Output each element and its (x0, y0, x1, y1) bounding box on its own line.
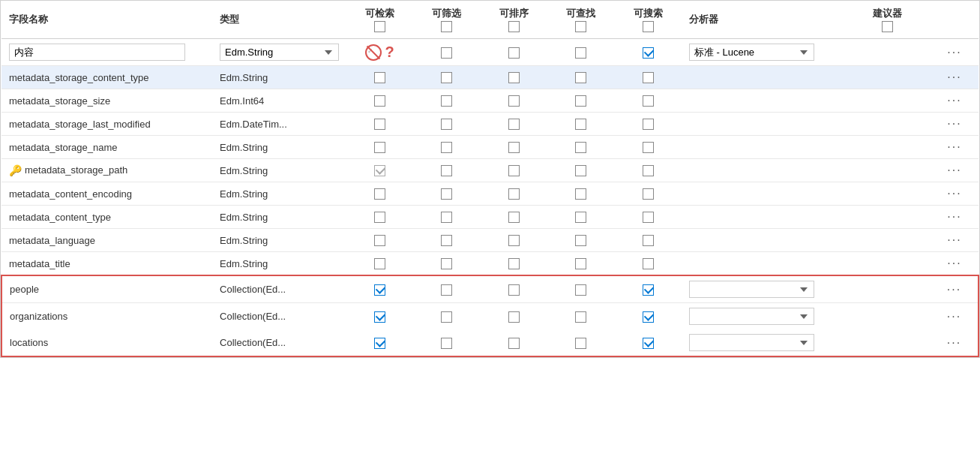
header-searchable-checkbox[interactable] (643, 21, 654, 32)
sortable-checkbox[interactable] (508, 235, 520, 246)
field-name-input[interactable] (9, 44, 185, 61)
retrievable-checkbox[interactable] (374, 284, 385, 296)
filterable-checkbox[interactable] (441, 188, 452, 200)
sortable-checkbox[interactable] (508, 72, 520, 83)
searchable-checkbox[interactable] (643, 165, 654, 176)
sortable-checkbox[interactable] (508, 188, 520, 200)
searchable-checkbox[interactable] (643, 258, 654, 269)
analyzer-select[interactable] (689, 308, 815, 325)
retrievable-cell (346, 252, 413, 276)
facetable-checkbox[interactable] (575, 119, 586, 130)
searchable-checkbox[interactable] (643, 188, 654, 200)
sortable-checkbox[interactable] (508, 165, 520, 176)
searchable-checkbox[interactable] (643, 235, 654, 246)
facetable-checkbox[interactable] (575, 188, 586, 200)
filterable-checkbox[interactable] (441, 119, 452, 130)
more-actions-button[interactable]: ··· (947, 257, 961, 269)
more-actions-button[interactable]: ··· (947, 94, 961, 107)
more-actions-button[interactable]: ··· (947, 336, 961, 349)
sortable-checkbox[interactable] (508, 142, 520, 153)
retrievable-checkbox[interactable] (374, 235, 385, 246)
retrievable-cell (346, 275, 413, 303)
filterable-checkbox[interactable] (441, 95, 452, 107)
retrievable-checkbox[interactable] (374, 142, 385, 153)
filterable-checkbox[interactable] (441, 142, 452, 153)
more-actions-button[interactable]: ··· (947, 233, 961, 246)
analyzer-select[interactable] (689, 281, 815, 298)
sortable-checkbox[interactable] (508, 47, 520, 59)
sortable-checkbox[interactable] (508, 258, 520, 269)
header-suggester-checkbox[interactable] (882, 21, 893, 32)
retrievable-checkbox[interactable] (374, 72, 385, 83)
facetable-checkbox[interactable] (575, 258, 586, 269)
searchable-cell (614, 113, 681, 136)
retrievable-checkbox[interactable] (374, 258, 385, 269)
header-retrievable-checkbox[interactable] (374, 21, 385, 32)
field-name-cell: metadata_content_type (1, 206, 212, 229)
retrievable-checkbox[interactable] (374, 338, 385, 349)
header-filterable-checkbox[interactable] (441, 21, 452, 32)
more-actions-button[interactable]: ··· (947, 140, 961, 153)
filterable-checkbox[interactable] (441, 284, 452, 296)
facetable-checkbox[interactable] (575, 284, 586, 296)
more-actions-button[interactable]: ··· (947, 117, 961, 130)
sortable-checkbox[interactable] (508, 311, 520, 323)
filterable-checkbox[interactable] (441, 235, 452, 246)
more-actions-button[interactable]: ··· (947, 283, 961, 296)
more-actions-button[interactable]: ··· (947, 164, 961, 176)
searchable-checkbox[interactable] (643, 284, 654, 296)
filterable-checkbox[interactable] (441, 338, 452, 349)
field-name-cell: metadata_language (1, 229, 212, 252)
filterable-cell (413, 136, 480, 159)
header-facetable-checkbox[interactable] (575, 21, 586, 32)
more-actions-button[interactable]: ··· (947, 210, 961, 223)
searchable-checkbox[interactable] (643, 72, 654, 83)
filterable-checkbox[interactable] (441, 258, 452, 269)
facetable-checkbox[interactable] (575, 212, 586, 223)
facetable-checkbox[interactable] (575, 311, 586, 323)
analyzer-select[interactable]: 标准 - Lucene (689, 44, 815, 61)
sortable-checkbox[interactable] (508, 95, 520, 107)
analyzer-select[interactable] (689, 334, 815, 351)
searchable-checkbox[interactable] (643, 142, 654, 153)
retrievable-checkbox[interactable] (374, 95, 385, 107)
searchable-checkbox[interactable] (643, 47, 654, 59)
facetable-checkbox[interactable] (575, 338, 586, 349)
retrievable-checkbox[interactable] (374, 188, 385, 200)
sortable-checkbox[interactable] (508, 284, 520, 296)
retrievable-checkbox[interactable] (374, 165, 385, 176)
facetable-checkbox[interactable] (575, 47, 586, 59)
sortable-checkbox[interactable] (508, 212, 520, 223)
field-type-text: Edm.DateTim... (220, 119, 287, 130)
filterable-checkbox[interactable] (441, 165, 452, 176)
key-icon: 🔑 (9, 164, 22, 176)
sortable-checkbox[interactable] (508, 338, 520, 349)
searchable-checkbox[interactable] (643, 212, 654, 223)
more-actions-button[interactable]: ··· (947, 46, 961, 59)
searchable-checkbox[interactable] (643, 119, 654, 130)
filterable-cell (413, 113, 480, 136)
filterable-checkbox[interactable] (441, 72, 452, 83)
facetable-checkbox[interactable] (575, 165, 586, 176)
more-actions-button[interactable]: ··· (947, 310, 961, 323)
searchable-checkbox[interactable] (643, 95, 654, 107)
searchable-checkbox[interactable] (643, 311, 654, 323)
header-sortable-checkbox[interactable] (508, 21, 520, 32)
field-type-select[interactable]: Edm.String (220, 44, 339, 61)
actions-cell: ··· (931, 229, 979, 252)
retrievable-checkbox[interactable] (374, 212, 385, 223)
searchable-checkbox[interactable] (643, 338, 654, 349)
searchable-cell (614, 275, 681, 303)
facetable-checkbox[interactable] (575, 95, 586, 107)
filterable-checkbox[interactable] (441, 47, 452, 59)
retrievable-checkbox[interactable] (374, 311, 385, 323)
more-actions-button[interactable]: ··· (947, 187, 961, 200)
filterable-checkbox[interactable] (441, 212, 452, 223)
facetable-checkbox[interactable] (575, 235, 586, 246)
facetable-checkbox[interactable] (575, 142, 586, 153)
filterable-checkbox[interactable] (441, 311, 452, 323)
facetable-checkbox[interactable] (575, 72, 586, 83)
more-actions-button[interactable]: ··· (947, 71, 961, 83)
retrievable-checkbox[interactable] (374, 119, 385, 130)
sortable-checkbox[interactable] (508, 119, 520, 130)
